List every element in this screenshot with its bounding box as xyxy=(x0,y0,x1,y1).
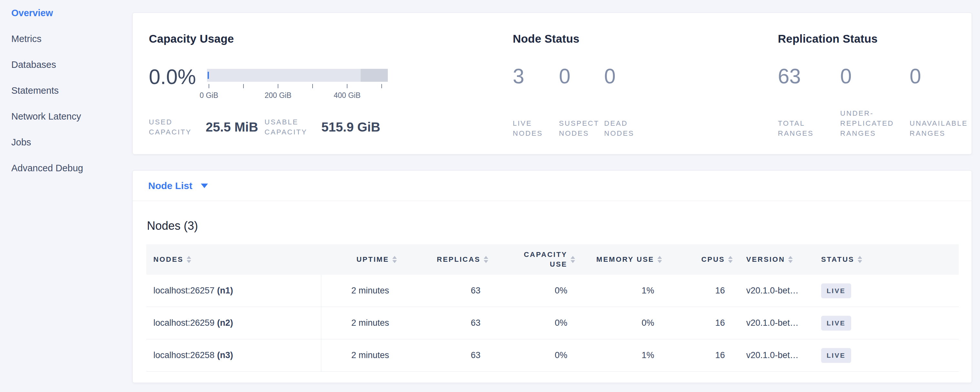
sidebar-item-label: Metrics xyxy=(11,33,41,44)
axis-tick xyxy=(312,84,313,88)
sidebar-item[interactable]: Metrics xyxy=(0,26,132,52)
cell-cpus: 16 xyxy=(667,275,737,307)
status-badge: LIVE xyxy=(821,316,851,331)
status-badge: LIVE xyxy=(821,284,851,298)
stat-value: 3 xyxy=(513,66,559,87)
sort-icon xyxy=(484,256,488,263)
capacity-stat: USED CAPACITY 25.5 MiB xyxy=(149,117,258,137)
sidebar-item-label: Databases xyxy=(11,59,56,70)
header-cell-memory-use[interactable]: MEMORY USE xyxy=(580,244,667,275)
stat-value: 0 xyxy=(604,66,643,87)
header-cell-version[interactable]: VERSION xyxy=(737,244,813,275)
axis-tick xyxy=(208,84,209,88)
cell-node-address: localhost:26259(n2) xyxy=(146,307,321,339)
header-cell-nodes[interactable]: NODES xyxy=(146,244,321,275)
sort-icon xyxy=(858,256,862,263)
node-status-section: Node Status 3 LIVE NODES 0 SUSPECT NODES… xyxy=(513,13,771,154)
sidebar-item-label: Advanced Debug xyxy=(11,163,83,174)
cell-uptime: 2 minutes xyxy=(321,275,401,307)
cell-node-address: localhost:26257(n1) xyxy=(146,275,321,307)
cell-memory-use: 1% xyxy=(580,275,667,307)
sort-icon xyxy=(571,256,575,263)
stat-value: 25.5 MiB xyxy=(206,120,258,134)
stat-value: 0 xyxy=(559,66,604,87)
stat-label: DEAD NODES xyxy=(604,118,643,138)
replication-stats: 63 TOTAL RANGES 0 UNDER-REPLICATED RANGE… xyxy=(778,66,969,138)
axis-label-200gib: 200 GiB xyxy=(264,91,291,100)
cell-memory-use: 1% xyxy=(580,339,667,371)
nodes-table: NODES UPTIME REPLICAS CAPACITY USE MEMOR… xyxy=(146,244,959,372)
axis-tick xyxy=(243,84,244,88)
cluster-summary-card: Capacity Usage 0.0% 0 GiB 200 GiB 400 Gi… xyxy=(132,13,972,155)
stat-label: UNDER-REPLICATED RANGES xyxy=(840,108,900,138)
view-selector-label: Node List xyxy=(148,180,192,191)
axis-label-0gib: 0 GiB xyxy=(200,91,218,100)
sidebar: Overview Metrics Databases Statements Ne… xyxy=(0,0,132,181)
cell-uptime: 2 minutes xyxy=(321,307,401,339)
table-row[interactable]: localhost:26258(n3) 2 minutes 63 0% 1% 1… xyxy=(146,339,959,372)
capacity-usage-bar xyxy=(207,69,388,82)
sidebar-item[interactable]: Statements xyxy=(0,78,132,104)
chevron-down-icon xyxy=(201,183,208,188)
capacity-bar-axis: 0 GiB 200 GiB 400 GiB xyxy=(207,84,388,104)
header-cell-cpus[interactable]: CPUS xyxy=(667,244,737,275)
capacity-stat: USABLE CAPACITY 515.9 GiB xyxy=(264,117,380,137)
cell-capacity-use: 0% xyxy=(493,307,580,339)
capacity-used-percent: 0.0% xyxy=(149,67,196,87)
header-cell-uptime[interactable]: UPTIME xyxy=(321,244,401,275)
cell-replicas: 63 xyxy=(401,275,493,307)
stat-value: 515.9 GiB xyxy=(321,120,380,134)
replication-stat: 0 UNDER-REPLICATED RANGES xyxy=(840,66,910,138)
sidebar-item-label: Statements xyxy=(11,85,59,96)
capacity-bar-used-tick xyxy=(208,72,209,79)
sort-icon xyxy=(392,256,397,263)
table-header: NODES UPTIME REPLICAS CAPACITY USE MEMOR… xyxy=(146,244,959,275)
sidebar-item[interactable]: Overview xyxy=(0,0,132,26)
axis-tick xyxy=(347,84,347,88)
cell-uptime: 2 minutes xyxy=(321,339,401,371)
stat-label: USED CAPACITY xyxy=(149,117,191,137)
cell-cpus: 16 xyxy=(667,339,737,371)
sidebar-item[interactable]: Advanced Debug xyxy=(0,155,132,181)
stat-value: 0 xyxy=(910,66,969,87)
axis-tick xyxy=(278,84,278,88)
sidebar-item-label: Network Latency xyxy=(11,111,81,122)
stat-value: 0 xyxy=(840,66,910,87)
replication-status-title: Replication Status xyxy=(778,32,878,45)
sidebar-item[interactable]: Databases xyxy=(0,52,132,78)
sort-icon xyxy=(788,256,793,263)
axis-tick xyxy=(381,84,382,88)
sidebar-item[interactable]: Jobs xyxy=(0,129,132,155)
cell-version: v20.1.0-bet… xyxy=(737,275,813,307)
capacity-usage-section: Capacity Usage 0.0% 0 GiB 200 GiB 400 Gi… xyxy=(149,13,504,154)
header-cell-status[interactable]: STATUS xyxy=(813,244,959,275)
cell-capacity-use: 0% xyxy=(493,275,580,307)
cell-version: v20.1.0-bet… xyxy=(737,339,813,371)
table-row[interactable]: localhost:26257(n1) 2 minutes 63 0% 1% 1… xyxy=(146,275,959,307)
sort-icon xyxy=(728,256,733,263)
sidebar-item[interactable]: Network Latency xyxy=(0,104,132,129)
node-status-stat: 0 SUSPECT NODES xyxy=(559,66,604,138)
capacity-stats: USED CAPACITY 25.5 MiB USABLE CAPACITY 5… xyxy=(149,117,380,137)
cell-status: LIVE xyxy=(813,307,959,339)
node-list-view-selector[interactable]: Node List xyxy=(148,180,208,191)
cell-status: LIVE xyxy=(813,275,959,307)
capacity-usage-title: Capacity Usage xyxy=(149,32,234,45)
axis-label-400gib: 400 GiB xyxy=(334,91,360,100)
cell-node-address: localhost:26258(n3) xyxy=(146,339,321,371)
stat-label: LIVE NODES xyxy=(513,118,552,138)
sort-icon xyxy=(657,256,662,263)
sidebar-item-label: Jobs xyxy=(11,137,31,148)
cell-version: v20.1.0-bet… xyxy=(737,307,813,339)
header-cell-capacity-use[interactable]: CAPACITY USE xyxy=(493,244,580,275)
status-badge: LIVE xyxy=(821,348,851,363)
capacity-bar-nonusable-segment xyxy=(361,69,388,82)
node-status-title: Node Status xyxy=(513,32,579,45)
stat-label: SUSPECT NODES xyxy=(559,118,598,138)
view-selector-row: Node List xyxy=(133,171,972,201)
stat-label: USABLE CAPACITY xyxy=(264,117,306,137)
cell-status: LIVE xyxy=(813,339,959,371)
header-cell-replicas[interactable]: REPLICAS xyxy=(401,244,493,275)
table-row[interactable]: localhost:26259(n2) 2 minutes 63 0% 0% 1… xyxy=(146,307,959,339)
node-list-card: Node List Nodes (3) NODES UPTIME REPLICA… xyxy=(132,170,972,383)
